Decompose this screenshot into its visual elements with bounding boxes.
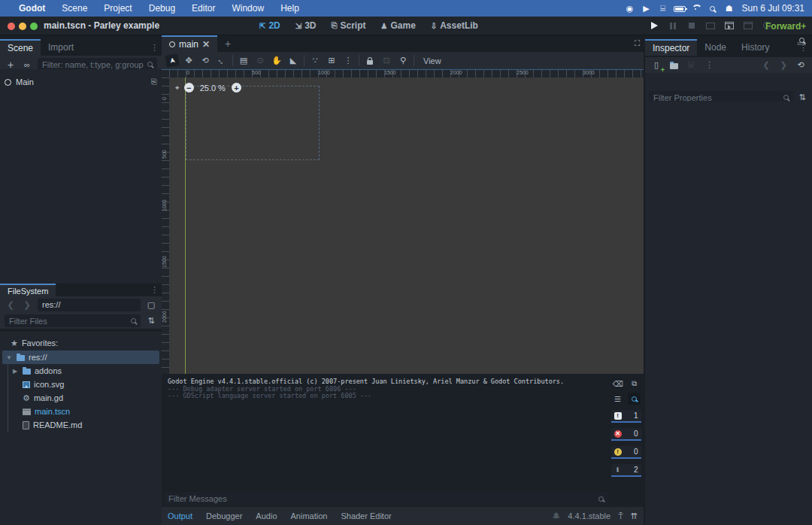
close-tab-icon[interactable]: ✕ (202, 39, 210, 50)
unlock-button[interactable]: ⊡ (380, 54, 392, 67)
play-custom-scene-button[interactable] (742, 20, 754, 32)
move-tool-button[interactable]: ✥ (183, 54, 195, 67)
fs-forward-button[interactable]: ❯ (21, 299, 33, 311)
menu-scene[interactable]: Scene (53, 3, 95, 14)
expand-bottom-panel-icon[interactable]: ⇈ (631, 511, 638, 521)
bottom-tab-animation[interactable]: Animation (291, 511, 328, 520)
new-resource-button[interactable]: ▯ (650, 59, 662, 71)
view-menu-button[interactable]: View (419, 54, 446, 67)
tab-history[interactable]: History (734, 39, 777, 56)
pin-bottom-panel-icon[interactable]: ⍑ (618, 511, 623, 521)
scale-tool-button[interactable]: ↔ (213, 52, 230, 69)
minimize-window-button[interactable] (19, 23, 26, 30)
clear-output-button[interactable]: ⌫ (611, 378, 624, 390)
toggle-search-button[interactable] (628, 393, 641, 405)
workspace-assetlib-button[interactable]: ⇩AssetLib (426, 19, 483, 32)
zoom-window-button[interactable] (30, 23, 38, 30)
save-resource-button[interactable]: ⍌ (685, 59, 697, 71)
pivot-tool-button[interactable]: ⊙ (254, 54, 266, 67)
tab-import[interactable]: Import (41, 39, 81, 56)
workspace-game-button[interactable]: ♟Game (375, 19, 420, 32)
select-list-button[interactable]: ▤ (238, 54, 250, 67)
load-resource-button[interactable] (668, 59, 680, 71)
scene-tree-node-main[interactable]: Main ⎘ (0, 75, 162, 89)
menu-help[interactable]: Help (272, 3, 308, 14)
menu-godot[interactable]: Godot (11, 3, 53, 14)
rotate-tool-button[interactable]: ⟲ (199, 54, 211, 67)
zoom-level[interactable]: 25.0 % (200, 83, 226, 93)
scene-dock-menu-icon[interactable]: ⋮ (147, 43, 162, 53)
tab-node[interactable]: Node (697, 39, 734, 56)
menu-debug[interactable]: Debug (141, 3, 183, 14)
bottom-tab-audio[interactable]: Audio (256, 511, 277, 520)
workspace-script-button[interactable]: ⎘Script (326, 19, 371, 32)
resource-options-icon[interactable]: ⋮ (702, 60, 717, 70)
collapse-duplicates-button[interactable]: ☰ (611, 393, 624, 405)
fs-item-icon-svg[interactable]: icon.svg (8, 378, 162, 391)
grid-snap-button[interactable]: ⊞ (326, 54, 338, 67)
snap-options-icon[interactable]: ⋮ (342, 54, 354, 67)
display-icon[interactable]: ⌸ (655, 4, 671, 14)
stop-button[interactable] (686, 20, 698, 32)
workspace-3d-button[interactable]: ⇲3D (290, 19, 322, 32)
fs-filter-input[interactable]: Filter Files (5, 314, 141, 327)
skeleton-options-button[interactable]: ⚲ (397, 54, 409, 67)
fs-back-button[interactable]: ❮ (5, 299, 17, 311)
fs-item-main-gd[interactable]: ⚙ main.gd (8, 391, 162, 405)
record-status-icon[interactable]: ◉ (622, 4, 638, 14)
tab-scene[interactable]: Scene (0, 39, 41, 56)
workspace-2d-button[interactable]: ⇱2D (254, 19, 286, 32)
filesystem-menu-icon[interactable]: ⋮ (147, 285, 162, 295)
attached-script-icon[interactable]: ⎘ (151, 77, 157, 86)
fs-item-main-tscn[interactable]: main.tscn (8, 405, 162, 418)
fs-item-readme[interactable]: README.md (8, 418, 162, 432)
history-forward-button[interactable]: ❯ (777, 59, 789, 71)
fs-path-field[interactable]: res:// (38, 299, 141, 311)
edit-history-icon[interactable]: ⟲ (795, 59, 807, 71)
close-window-button[interactable] (8, 23, 15, 30)
copy-output-button[interactable]: ⧉ (628, 378, 641, 390)
menu-editor[interactable]: Editor (183, 3, 223, 14)
smart-snap-button[interactable]: ∵ (309, 54, 321, 67)
error-count-toggle[interactable]: ✕ 0 (611, 428, 641, 441)
fast-user-switch-icon[interactable]: ☗ (721, 4, 738, 14)
zoom-out-button[interactable]: − (184, 83, 194, 93)
message-count-toggle[interactable]: ! 1 (611, 410, 641, 423)
play-button[interactable] (648, 20, 660, 32)
new-scene-tab-button[interactable]: + (217, 35, 238, 52)
screen-mirroring-icon[interactable]: ▶ (638, 4, 655, 14)
spotlight-icon[interactable] (704, 4, 721, 13)
warning-count-toggle[interactable]: ! 0 (611, 446, 641, 459)
expand-arrow-icon[interactable]: ▶ (11, 368, 19, 375)
fs-item-res-root[interactable]: ▼ res:// (2, 351, 159, 364)
menu-project[interactable]: Project (95, 3, 140, 14)
filter-messages-input[interactable]: Filter Messages (164, 492, 608, 505)
play-remote-debug-button[interactable] (704, 20, 717, 32)
select-tool-button[interactable]: ➤ (165, 53, 180, 68)
tab-inspector[interactable]: Inspector (645, 39, 697, 56)
wifi-icon[interactable] (688, 4, 704, 13)
pause-button[interactable] (667, 20, 679, 32)
play-scene-button[interactable] (723, 20, 735, 32)
expand-viewport-icon[interactable]: ⛶ (635, 39, 639, 48)
pan-tool-button[interactable]: ✋ (271, 54, 283, 67)
notification-bell-icon[interactable]: 🔔︎ (552, 511, 560, 520)
ruler-tool-button[interactable]: ◣ (287, 54, 299, 67)
bottom-tab-debugger[interactable]: Debugger (206, 511, 242, 520)
center-view-icon[interactable]: ⌖ (175, 83, 180, 93)
battery-icon[interactable] (671, 4, 688, 13)
scene-tab-main[interactable]: main ✕ (162, 35, 217, 52)
canvas-area[interactable]: ⌖ − 25.0 % + (169, 77, 644, 374)
lock-button[interactable] (364, 54, 376, 67)
open-docs-icon[interactable]: DOC (795, 38, 807, 46)
history-back-button[interactable]: ❮ (760, 59, 772, 71)
zoom-in-button[interactable]: + (232, 83, 241, 93)
bottom-tab-shader-editor[interactable]: Shader Editor (341, 511, 391, 520)
menubar-clock[interactable]: Sun 6 Jul 09:31 (742, 3, 804, 14)
collapse-arrow-icon[interactable]: ▼ (5, 354, 13, 361)
fs-split-mode-button[interactable]: ▢ (145, 299, 157, 311)
debug-count-toggle[interactable]: ℹ 2 (611, 464, 641, 477)
fs-item-addons[interactable]: ▶ addons (8, 364, 162, 378)
tab-filesystem[interactable]: FileSystem (0, 284, 56, 296)
fs-favorites-row[interactable]: ★ Favorites: (0, 336, 162, 350)
